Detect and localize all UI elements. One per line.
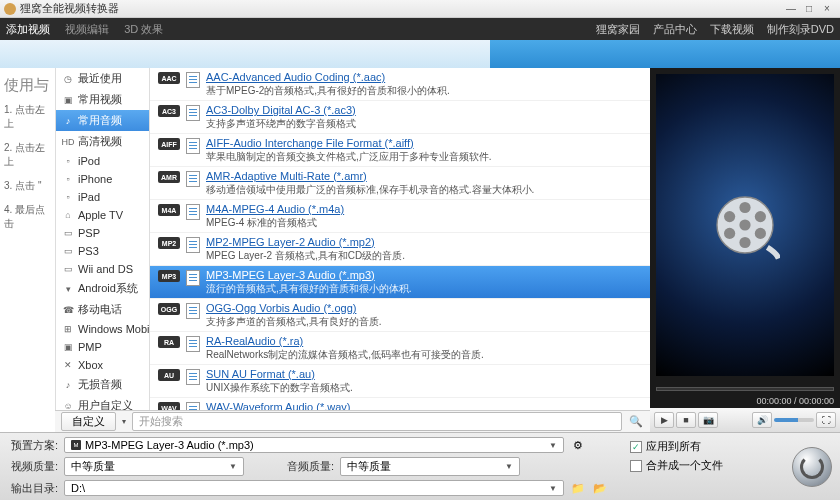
category-item[interactable]: ⌂Apple TV <box>56 206 149 224</box>
maximize-button[interactable]: □ <box>800 3 818 14</box>
category-icon: ▣ <box>62 94 74 106</box>
player-controls: ▶ ■ 📷 🔊 ⛶ <box>650 408 840 432</box>
category-item[interactable]: ♪无损音频 <box>56 374 149 395</box>
search-icon[interactable]: 🔍 <box>628 415 644 428</box>
svg-point-1 <box>739 219 750 230</box>
volume-icon[interactable]: 🔊 <box>752 412 772 428</box>
tb-products[interactable]: 产品中心 <box>653 23 697 35</box>
chevron-down-icon: ▼ <box>549 484 557 493</box>
format-item[interactable]: MP3MP3-MPEG Layer-3 Audio (*.mp3)流行的音频格式… <box>150 266 650 299</box>
category-label: 移动电话 <box>78 302 122 317</box>
video-quality-dropdown[interactable]: 中等质量▼ <box>64 457 244 476</box>
category-item[interactable]: ◷最近使用 <box>56 68 149 89</box>
browse-folder-icon[interactable]: 📁 <box>570 482 586 495</box>
category-item[interactable]: ▣常用视频 <box>56 89 149 110</box>
tb-edit-video[interactable]: 视频编辑 <box>65 23 109 35</box>
snapshot-button[interactable]: 📷 <box>698 412 718 428</box>
category-icon: ▫ <box>62 191 74 203</box>
format-item[interactable]: WAVWAV-Waveform Audio (*.wav)Microsoft制定… <box>150 398 650 410</box>
category-item[interactable]: ♪常用音频 <box>56 110 149 131</box>
format-desc: 流行的音频格式,具有很好的音质和很小的体积. <box>206 282 412 295</box>
svg-point-2 <box>739 202 750 213</box>
film-reel-icon <box>710 190 780 260</box>
format-name: AMR-Adaptive Multi-Rate (*.amr) <box>206 170 534 183</box>
category-item[interactable]: ▭PSP <box>56 224 149 242</box>
category-item[interactable]: ⊞Windows Mobile <box>56 320 149 338</box>
category-item[interactable]: HD高清视频 <box>56 131 149 152</box>
format-item[interactable]: MP2MP2-MPEG Layer-2 Audio (*.mp2)MPEG La… <box>150 233 650 266</box>
category-label: 常用音频 <box>78 113 122 128</box>
svg-point-4 <box>724 211 735 222</box>
category-item[interactable]: ▫iPod <box>56 152 149 170</box>
category-label: PS3 <box>78 245 99 257</box>
category-item[interactable]: ▾Android系统 <box>56 278 149 299</box>
format-desc: 移动通信领域中使用最广泛的音频标准,保存手机录音的格式.容量大体积小. <box>206 183 534 196</box>
tb-home[interactable]: 狸窝家园 <box>596 23 640 35</box>
svg-point-5 <box>755 211 766 222</box>
category-item[interactable]: ▫iPad <box>56 188 149 206</box>
format-item[interactable]: AC3AC3-Dolby Digital AC-3 (*.ac3)支持多声道环绕… <box>150 101 650 134</box>
category-item[interactable]: ▭PS3 <box>56 242 149 260</box>
format-item[interactable]: RARA-RealAudio (*.ra)RealNetworks制定的流媒体音… <box>150 332 650 365</box>
preview-panel: 00:00:00 / 00:00:00 ▶ ■ 📷 🔊 ⛶ <box>650 68 840 432</box>
minimize-button[interactable]: — <box>782 3 800 14</box>
tb-3d[interactable]: 3D 效果 <box>124 23 163 35</box>
custom-arrow[interactable]: ▾ <box>122 417 126 426</box>
category-icon: ◷ <box>62 73 74 85</box>
format-item[interactable]: OGGOGG-Ogg Vorbis Audio (*.ogg)支持多声道的音频格… <box>150 299 650 332</box>
tb-add-video[interactable]: 添加视频 <box>6 23 50 35</box>
svg-point-7 <box>755 228 766 239</box>
wizard-step: 2. 点击左上 <box>4 141 51 169</box>
audio-quality-dropdown[interactable]: 中等质量▼ <box>340 457 520 476</box>
format-item[interactable]: AIFFAIFF-Audio Interchange File Format (… <box>150 134 650 167</box>
category-label: Wii and DS <box>78 263 133 275</box>
category-item[interactable]: ☎移动电话 <box>56 299 149 320</box>
category-icon: ▣ <box>62 341 74 353</box>
format-list[interactable]: AACAAC-Advanced Audio Coding (*.aac)基于MP… <box>150 68 650 410</box>
play-button[interactable]: ▶ <box>654 412 674 428</box>
format-desc: UNIX操作系统下的数字音频格式. <box>206 381 353 394</box>
format-badge: MP2 <box>158 237 180 249</box>
custom-button[interactable]: 自定义 <box>61 412 116 431</box>
merge-checkbox[interactable]: 合并成一个文件 <box>630 458 780 473</box>
category-item[interactable]: ▫iPhone <box>56 170 149 188</box>
close-button[interactable]: × <box>818 3 836 14</box>
category-icon: ▫ <box>62 155 74 167</box>
seek-bar[interactable] <box>656 387 834 391</box>
open-folder-icon[interactable]: 📂 <box>592 482 608 495</box>
format-badge: MP3 <box>158 270 180 282</box>
bottom-panel: 预置方案: M MP3-MPEG Layer-3 Audio (*.mp3) ▼… <box>0 432 840 500</box>
category-item[interactable]: ▭Wii and DS <box>56 260 149 278</box>
format-item[interactable]: AACAAC-Advanced Audio Coding (*.aac)基于MP… <box>150 68 650 101</box>
format-item[interactable]: AUSUN AU Format (*.au)UNIX操作系统下的数字音频格式. <box>150 365 650 398</box>
document-icon <box>186 336 200 352</box>
format-desc: 苹果电脑制定的音频交换文件格式,广泛应用于多种专业音频软件. <box>206 150 492 163</box>
category-item[interactable]: ☺用户自定义 <box>56 395 149 410</box>
category-item[interactable]: ▣PMP <box>56 338 149 356</box>
search-input[interactable]: 开始搜索 <box>132 412 622 431</box>
stop-button[interactable]: ■ <box>676 412 696 428</box>
category-label: Android系统 <box>78 281 138 296</box>
tb-download[interactable]: 下载视频 <box>710 23 754 35</box>
category-item[interactable]: ✕Xbox <box>56 356 149 374</box>
preset-settings-icon[interactable]: ⚙ <box>570 439 586 452</box>
format-item[interactable]: AMRAMR-Adaptive Multi-Rate (*.amr)移动通信领域… <box>150 167 650 200</box>
category-list[interactable]: ◷最近使用▣常用视频♪常用音频HD高清视频▫iPod▫iPhone▫iPad⌂A… <box>55 68 150 410</box>
svg-point-3 <box>739 237 750 248</box>
wizard-heading: 使用与 <box>4 76 51 95</box>
convert-button[interactable] <box>792 447 832 487</box>
format-name: RA-RealAudio (*.ra) <box>206 335 484 348</box>
document-icon <box>186 72 200 88</box>
toolbar-left: 添加视频 视频编辑 3D 效果 <box>6 22 175 37</box>
format-badge: RA <box>158 336 180 348</box>
format-item[interactable]: M4AM4A-MPEG-4 Audio (*.m4a)MPEG-4 标准的音频格… <box>150 200 650 233</box>
preset-dropdown[interactable]: M MP3-MPEG Layer-3 Audio (*.mp3) ▼ <box>64 437 564 453</box>
category-icon: ▾ <box>62 283 74 295</box>
bottom-right: ✓应用到所有 合并成一个文件 <box>630 437 780 496</box>
fullscreen-button[interactable]: ⛶ <box>816 412 836 428</box>
volume-slider[interactable] <box>774 418 814 422</box>
apply-all-checkbox[interactable]: ✓应用到所有 <box>630 439 780 454</box>
output-dir-field[interactable]: D:\▼ <box>64 480 564 496</box>
tb-dvd[interactable]: 制作刻录DVD <box>767 23 834 35</box>
category-label: Windows Mobile <box>78 323 150 335</box>
